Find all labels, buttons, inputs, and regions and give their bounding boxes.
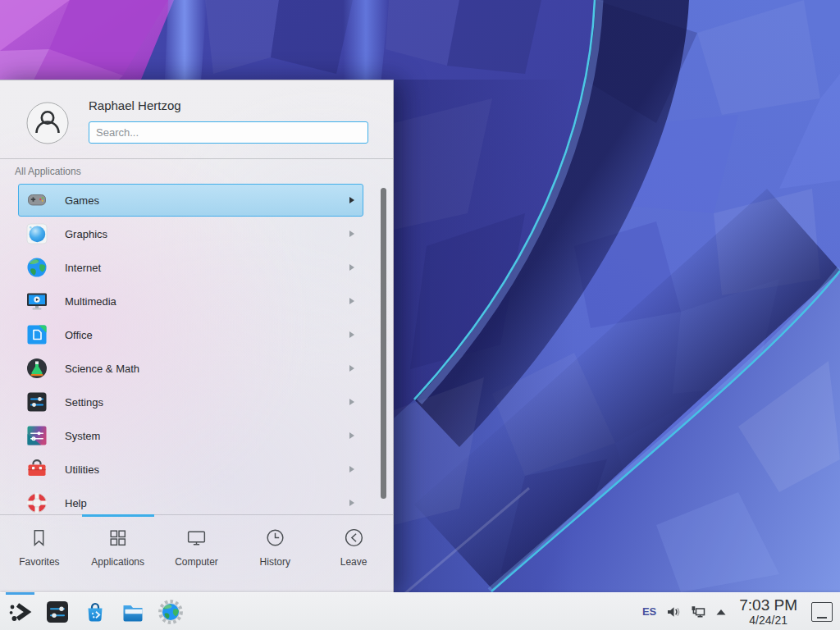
category-label: Multimedia [65,295,349,308]
category-multimedia[interactable]: Multimedia [18,285,363,317]
category-label: Office [65,329,349,341]
gamepad-icon [25,189,48,212]
wired-network-icon[interactable] [690,605,706,619]
application-launcher-popup: Raphael Hertzog All Applications Games [0,80,394,592]
category-label: Science & Math [65,363,349,375]
sliders-icon [25,390,48,413]
active-tab-indicator [82,514,154,517]
category-help[interactable]: Help [18,486,363,516]
clock-icon [264,527,286,549]
header-divider [0,158,393,159]
category-label: Games [65,194,349,207]
system-settings-button[interactable] [44,599,71,625]
category-system[interactable]: System [18,419,363,452]
tab-label: Favorites [19,556,59,568]
keyboard-layout-indicator[interactable]: ES [642,605,656,618]
toolbox-icon [25,458,48,481]
show-desktop-button[interactable] [811,602,833,622]
clock-date: 4/24/21 [749,614,788,626]
scrollbar[interactable] [381,188,386,499]
document-icon [25,323,48,346]
taskbar-apps [0,599,184,625]
user-name: Raphael Hertzog [89,98,181,112]
clock-time: 7:03 PM [739,597,797,613]
leave-circle-icon [343,527,365,549]
category-label: Settings [65,396,349,409]
active-task-indicator [6,592,34,595]
search-input[interactable] [89,121,368,144]
tab-label: Computer [175,556,218,568]
web-browser-icon [158,599,184,625]
category-games[interactable]: Games [18,184,363,217]
submenu-arrow-icon [349,298,354,304]
flask-icon [25,357,48,380]
submenu-arrow-icon [349,399,354,405]
tab-leave[interactable]: Leave [314,515,393,593]
submenu-arrow-icon [349,432,354,439]
computer-icon [185,527,208,549]
tab-label: History [260,556,290,568]
tab-favorites[interactable]: Favorites [0,515,79,593]
sphere-icon [25,222,48,245]
category-internet[interactable]: Internet [18,251,363,284]
category-office[interactable]: Office [18,318,363,351]
monitor-play-icon [25,290,48,313]
discover-button[interactable] [82,599,108,625]
tab-label: Applications [91,556,144,568]
tab-history[interactable]: History [235,515,314,593]
globe-icon [25,256,48,279]
application-launcher-button[interactable] [7,599,33,625]
grid-icon [107,527,129,549]
lifebuoy-icon [25,491,48,514]
folder-icon [120,599,146,625]
discover-icon [82,599,108,625]
file-manager-button[interactable] [120,599,146,625]
category-label: Help [65,497,349,509]
submenu-arrow-icon [349,331,354,338]
category-label: Graphics [65,228,349,240]
system-tray: ES 7:03 PM 4/24/21 [642,597,840,626]
submenu-arrow-icon [349,264,354,271]
show-desktop-icon [817,617,827,619]
system-sliders-icon [25,424,48,447]
category-label: Internet [65,262,349,274]
submenu-arrow-icon [349,365,354,372]
user-avatar[interactable] [26,102,69,144]
tab-bar: Favorites Applications Computer [0,514,393,593]
web-browser-button[interactable] [158,599,184,625]
category-utilities[interactable]: Utilities [18,453,363,486]
tab-computer[interactable]: Computer [158,515,236,593]
system-settings-icon [44,599,71,625]
submenu-arrow-icon [349,197,354,203]
volume-icon[interactable] [665,605,681,619]
category-label: Utilities [65,463,349,476]
category-settings[interactable]: Settings [18,386,363,418]
category-label: System [65,430,349,442]
desktop: Raphael Hertzog All Applications Games [0,0,840,630]
submenu-arrow-icon [349,500,354,506]
submenu-arrow-icon [349,466,354,472]
category-list: Games Graphics [0,183,393,516]
tab-applications[interactable]: Applications [79,515,158,593]
category-science-math[interactable]: Science & Math [18,352,363,385]
section-label: All Applications [15,166,81,177]
submenu-arrow-icon [349,231,354,237]
launcher-header: Raphael Hertzog [0,80,393,158]
user-icon [26,102,69,144]
tab-label: Leave [340,556,368,568]
digital-clock[interactable]: 7:03 PM 4/24/21 [739,597,797,626]
application-launcher-icon [7,599,33,625]
taskbar: ES 7:03 PM 4/24/21 [0,592,840,630]
category-graphics[interactable]: Graphics [18,217,363,250]
expand-tray-icon[interactable] [715,608,727,616]
bookmark-icon [28,527,50,549]
